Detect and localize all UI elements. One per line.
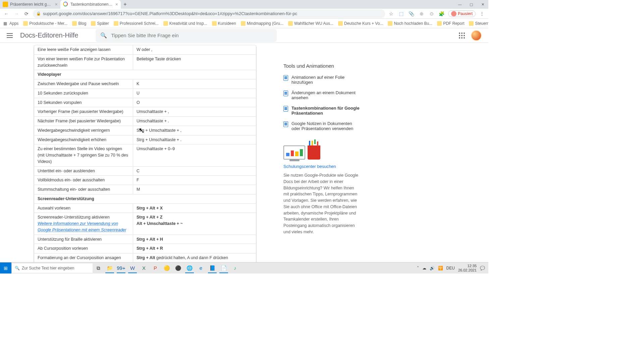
notifications-icon[interactable]: 💬 [480,266,485,270]
language-indicator[interactable]: DEU [446,266,455,270]
main-column: Eine leere weiße Folie anzeigen lassenW … [34,43,257,262]
sidebar-link-active[interactable]: Tastenkombinationen für Google Präsentat… [283,106,361,116]
search-icon: 🔍 [100,32,107,39]
word-icon[interactable]: W [127,263,138,273]
sidebar-link[interactable]: Animationen auf einer Folie hinzufügen [283,75,361,85]
chrome-icon[interactable]: 🌐 [184,263,195,273]
table-row: Wiedergabegeschwindigkeit erhöhenStrg + … [34,135,256,144]
sidebar-heading: Tools und Animationen [283,63,361,69]
content-scroll[interactable]: Eine leere weiße Folie anzeigen lassenW … [0,43,488,262]
tray-chevron-icon[interactable]: ˄ [417,266,419,270]
bookmark-item[interactable]: Wahlfächer WU Aus... [288,21,333,26]
table-row: Eine leere weiße Folie anzeigen lassenW … [34,45,256,54]
section-videoplayer: Videoplayer [34,70,256,79]
tab-1[interactable]: Präsentieren leicht gemacht! - G × [0,0,60,9]
network-icon[interactable]: 🛜 [438,266,443,270]
taskbar-search[interactable]: 🔍Zur Suche Text hier eingeben [12,263,93,273]
excel-icon[interactable]: X [138,263,150,273]
spotify-icon[interactable]: ♪ [229,263,241,273]
folder-icon [388,21,392,26]
extension-icon-1[interactable]: ⬚ [398,11,405,16]
table-row: Zwischen Wiedergabe und Pause wechselnK [34,79,256,89]
new-tab-button[interactable]: + [121,0,129,9]
windows-taskbar: ⊞ 🔍Zur Suche Text hier eingeben ⧉ 📁 99+ … [0,262,488,274]
folder-icon [469,21,474,26]
close-icon[interactable]: × [55,2,58,7]
close-icon[interactable]: × [115,2,118,7]
table-row: 10 Sekunden vorspulenO [34,98,256,107]
back-button[interactable]: ← [3,11,10,16]
star-icon[interactable]: ☆ [388,11,395,16]
google-apps-icon[interactable] [459,33,465,39]
table-row: Nächster Frame (bei pausierter Wiedergab… [34,117,256,126]
sidebar-link[interactable]: Änderungen an einem Dokument ansehen [283,90,361,100]
edge-icon[interactable]: e [195,263,207,273]
taskview-button[interactable]: ⧉ [93,263,104,273]
bookmark-item[interactable]: Produktsuche - Mer... [23,21,67,26]
bookmark-item[interactable]: Deutsche Kurs + Vo... [338,21,383,26]
tab-2-active[interactable]: Tastenkombinationen für Google × [60,0,121,9]
bookmark-item[interactable]: Noch hochladen Bu... [388,21,432,26]
apps-shortcut[interactable]: Apps [3,21,18,26]
bookmark-item[interactable]: Blog [72,21,86,26]
account-avatar[interactable] [471,30,482,41]
extension-icon-4[interactable]: ⊙ [428,11,435,16]
folder-icon [437,21,442,26]
address-bar[interactable]: 🔒 support.google.com/docs/answer/1696717… [33,9,385,18]
sidebar-link[interactable]: Google Notizen in Dokumenten oder Präsen… [283,121,361,131]
section-screenreader: Screenreader-Unterstützung [34,194,256,203]
forward-button[interactable]: → [13,11,20,16]
google-icon [63,2,68,7]
table-row: Untertitel ein- oder ausblendenC [34,166,256,176]
app-icon[interactable]: 99+ [115,263,127,273]
table-row: Screenreader-Unterstützung aktivierenWei… [34,213,256,235]
minimize-button[interactable]: — [454,0,466,9]
folder-icon [288,21,293,26]
close-window-button[interactable]: ✕ [477,0,488,9]
table-row: Vorheriger Frame (bei pausierter Wiederg… [34,107,256,117]
notepad-icon[interactable]: 📄 [218,263,229,273]
search-input[interactable] [111,33,272,38]
search-box[interactable]: 🔍 [96,29,277,42]
profile-paused[interactable]: Pausiert [448,10,476,17]
start-button[interactable]: ⊞ [0,262,11,274]
bookmark-item[interactable]: Steuern Lesen !!!! [469,21,488,26]
obs-icon[interactable]: ⚫ [172,263,184,273]
bookmark-item[interactable]: Mindmapping (Gru... [241,21,283,26]
bookmark-item[interactable]: Kursideen [212,21,236,26]
bookmark-item[interactable]: PDF Report [437,21,464,26]
table-row: 10 Sekunden zurückspulenU [34,88,256,98]
folder-icon [114,21,118,26]
folder-icon [23,21,28,26]
folder-icon [91,21,96,26]
doc-icon [283,121,288,127]
menu-icon[interactable] [7,33,13,38]
bookmark-item[interactable]: Kreativität und Insp... [163,21,207,26]
onedrive-icon[interactable]: ☁ [422,266,426,270]
bookmark-item[interactable]: Später [91,21,109,26]
page-title: Docs-Editoren-Hilfe [20,32,78,39]
clock[interactable]: 12:3526.02.2021 [458,264,477,272]
app-icon[interactable]: 📘 [207,263,218,273]
bookmark-item[interactable]: Professionell Schrei... [114,21,159,26]
learning-center-link[interactable]: Schulungscenter besuchen [283,164,336,169]
app-icon[interactable]: 🟡 [161,263,172,273]
apps-icon [3,21,8,26]
chrome-menu-icon[interactable]: ⋮ [478,11,486,16]
reload-button[interactable]: ⟳ [23,11,30,16]
extension-icon-3[interactable]: ⊕ [418,11,425,16]
tab-2-title: Tastenkombinationen für Google [70,2,113,7]
explorer-icon[interactable]: 📁 [104,263,115,273]
screenreader-info-link[interactable]: Weitere Informationen zur Verwendung von… [38,221,126,232]
extensions-button[interactable]: 🧩 [438,11,445,16]
doc-icon [283,90,288,96]
table-row: Auswahl vorlesenStrg + Alt + X [34,203,256,213]
tab-1-title: Präsentieren leicht gemacht! - G [10,2,53,7]
volume-icon[interactable]: 🔊 [430,266,435,270]
maximize-button[interactable]: ▢ [466,0,477,9]
slides-icon [3,2,8,7]
doc-icon [283,75,288,81]
table-row: Formatierung an der Cursorposition ansag… [34,253,256,262]
powerpoint-icon[interactable]: P [150,263,161,273]
extension-icon-2[interactable]: 📎 [408,11,415,16]
